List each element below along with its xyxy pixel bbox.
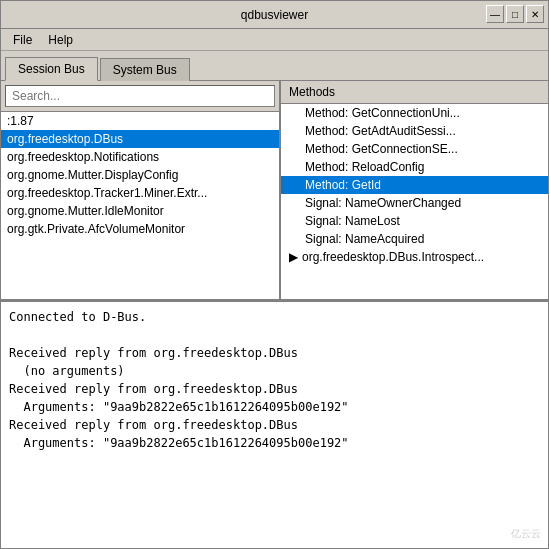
list-item[interactable]: Signal: NameOwnerChanged [281, 194, 548, 212]
right-panel: Methods Method: GetConnectionUni... Meth… [281, 81, 548, 299]
tree-item-label: org.freedesktop.DBus.Introspect... [302, 250, 484, 264]
titlebar: qdbusviewer — □ ✕ [1, 1, 548, 29]
methods-header: Methods [281, 81, 548, 104]
list-item[interactable]: Signal: NameAcquired [281, 230, 548, 248]
main-content: :1.87 org.freedesktop.DBus org.freedeskt… [1, 81, 548, 549]
list-item[interactable]: org.freedesktop.DBus [1, 130, 279, 148]
window-controls: — □ ✕ [486, 5, 544, 23]
list-item[interactable]: Method: GetAdtAuditSessi... [281, 122, 548, 140]
close-button[interactable]: ✕ [526, 5, 544, 23]
search-container [1, 81, 279, 112]
log-line: Arguments: "9aa9b2822e65c1b1612264095b00… [9, 398, 540, 416]
list-item[interactable]: Method: GetConnectionSE... [281, 140, 548, 158]
top-pane: :1.87 org.freedesktop.DBus org.freedeskt… [1, 81, 548, 301]
watermark: 亿云云 [511, 527, 541, 541]
log-line: (no arguments) [9, 362, 540, 380]
list-item[interactable]: :1.87 [1, 112, 279, 130]
log-line: Arguments: "9aa9b2822e65c1b1612264095b00… [9, 434, 540, 452]
tabbar: Session Bus System Bus [1, 51, 548, 81]
file-menu[interactable]: File [5, 31, 40, 49]
list-item[interactable]: Method: GetConnectionUni... [281, 104, 548, 122]
log-line: Received reply from org.freedesktop.DBus [9, 416, 540, 434]
help-menu[interactable]: Help [40, 31, 81, 49]
list-item[interactable]: org.gnome.Mutter.IdleMonitor [1, 202, 279, 220]
methods-list: Method: GetConnectionUni... Method: GetA… [281, 104, 548, 299]
list-item[interactable]: org.gnome.Mutter.DisplayConfig [1, 166, 279, 184]
list-item[interactable]: org.freedesktop.Tracker1.Miner.Extr... [1, 184, 279, 202]
list-item[interactable]: Method: GetId [281, 176, 548, 194]
log-line [9, 326, 540, 344]
left-panel: :1.87 org.freedesktop.DBus org.freedeskt… [1, 81, 281, 299]
service-list: :1.87 org.freedesktop.DBus org.freedeskt… [1, 112, 279, 299]
list-item[interactable]: Method: ReloadConfig [281, 158, 548, 176]
tab-session-bus[interactable]: Session Bus [5, 57, 98, 81]
minimize-button[interactable]: — [486, 5, 504, 23]
maximize-button[interactable]: □ [506, 5, 524, 23]
menubar: File Help [1, 29, 548, 51]
list-item[interactable]: Signal: NameLost [281, 212, 548, 230]
expand-icon: ▶ [289, 250, 298, 264]
log-line: Connected to D-Bus. [9, 308, 540, 326]
log-line: Received reply from org.freedesktop.DBus [9, 344, 540, 362]
tree-item[interactable]: ▶ org.freedesktop.DBus.Introspect... [281, 248, 548, 266]
app-title: qdbusviewer [241, 8, 308, 22]
log-area: Connected to D-Bus. Received reply from … [1, 301, 548, 549]
list-item[interactable]: org.gtk.Private.AfcVolumeMonitor [1, 220, 279, 238]
search-input[interactable] [5, 85, 275, 107]
list-item[interactable]: org.freedesktop.Notifications [1, 148, 279, 166]
log-line: Received reply from org.freedesktop.DBus [9, 380, 540, 398]
tab-system-bus[interactable]: System Bus [100, 58, 190, 81]
